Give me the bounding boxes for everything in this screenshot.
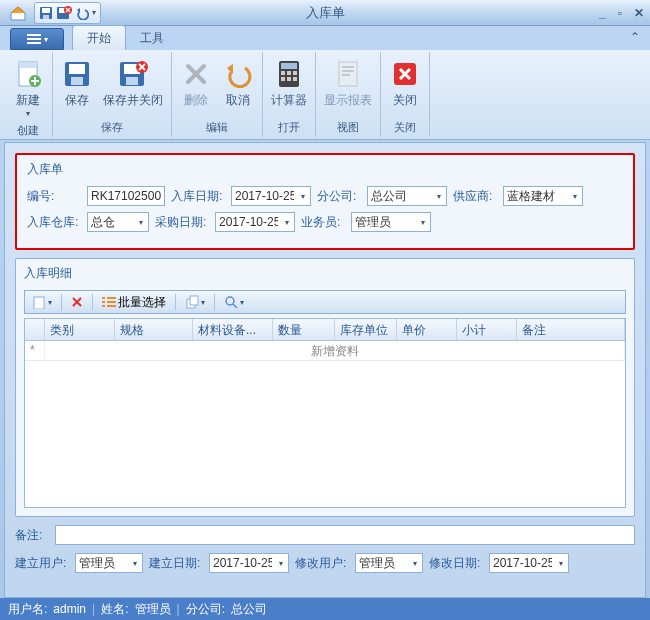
new-button[interactable]: 新建 ▾ — [8, 54, 48, 122]
quick-access-toolbar: ▾ — [0, 2, 101, 24]
close-button[interactable]: 关闭 — [385, 54, 425, 119]
svg-rect-30 — [342, 74, 350, 76]
cancel-button[interactable]: 取消 — [218, 54, 258, 119]
save-icon[interactable] — [39, 6, 53, 20]
svg-rect-8 — [27, 42, 41, 44]
svg-rect-24 — [281, 77, 285, 81]
chevron-down-icon[interactable]: ▾ — [296, 187, 310, 205]
svg-rect-7 — [27, 38, 41, 40]
chevron-down-icon[interactable]: ▾ — [134, 213, 148, 231]
svg-rect-37 — [107, 301, 116, 303]
remark-input[interactable] — [55, 525, 635, 545]
ribbon-tabs: ▾ 开始 工具 ⌃ — [0, 26, 650, 50]
svg-rect-40 — [190, 296, 198, 305]
meta-row: 建立用户: ▾ 建立日期: ▾ 修改用户: ▾ 修改日期: ▾ — [15, 553, 635, 573]
ribbon-group-open: 计算器 打开 — [263, 52, 316, 137]
chevron-down-icon[interactable]: ▾ — [554, 554, 568, 572]
report-button: 显示报表 — [320, 54, 376, 119]
maximize-button[interactable]: ▫ — [618, 6, 622, 20]
form-panel: 入库单 编号: 入库日期: ▾ 分公司: ▾ 供应商: ▾ 入库仓库: ▾ 采购… — [15, 153, 635, 250]
svg-rect-36 — [107, 297, 116, 299]
svg-rect-28 — [342, 66, 354, 68]
grid-header: 类别 规格 材料设备... 数量 库存单位 单价 小计 备注 — [25, 319, 625, 341]
minimize-button[interactable]: _ — [599, 6, 606, 20]
op-label: 业务员: — [301, 214, 345, 231]
chevron-down-icon[interactable]: ▾ — [568, 187, 582, 205]
save-button[interactable]: 保存 — [57, 54, 97, 119]
ribbon-group-save: 保存 保存并关闭 保存 — [53, 52, 172, 137]
detail-title: 入库明细 — [24, 265, 626, 282]
ribbon-collapse-icon[interactable]: ⌃ — [630, 30, 640, 44]
save-close-icon[interactable] — [56, 6, 72, 20]
new-icon — [12, 58, 44, 90]
status-user: admin — [53, 602, 86, 616]
calculator-icon — [273, 58, 305, 90]
app-menu-button[interactable]: ▾ — [10, 28, 64, 50]
create-date-label: 建立日期: — [149, 555, 203, 572]
qat-dropdown-icon[interactable]: ▾ — [92, 8, 96, 17]
supplier-label: 供应商: — [453, 188, 497, 205]
status-name-label: 姓名: — [101, 601, 128, 618]
svg-rect-17 — [126, 77, 138, 85]
delete-button: 删除 — [176, 54, 216, 119]
undo-icon[interactable] — [75, 6, 89, 20]
chevron-down-icon[interactable]: ▾ — [280, 213, 294, 231]
svg-rect-29 — [342, 70, 354, 72]
status-branch: 总公司 — [231, 601, 267, 618]
close-icon — [389, 58, 421, 90]
statusbar: 用户名: admin | 姓名: 管理员 | 分公司: 总公司 — [0, 598, 650, 620]
svg-rect-6 — [27, 34, 41, 36]
svg-point-41 — [226, 297, 234, 305]
detail-toolbar: ▾ 批量选择 ▾ ▾ — [24, 290, 626, 314]
svg-rect-20 — [281, 63, 297, 69]
status-name: 管理员 — [135, 601, 171, 618]
disk-icon — [61, 58, 93, 90]
tb-copy-button[interactable]: ▾ — [182, 294, 208, 310]
svg-rect-34 — [102, 301, 105, 303]
close-window-button[interactable]: ✕ — [634, 6, 644, 20]
content-area: 入库单 编号: 入库日期: ▾ 分公司: ▾ 供应商: ▾ 入库仓库: ▾ 采购… — [4, 142, 646, 598]
podate-label: 采购日期: — [155, 214, 209, 231]
svg-rect-13 — [69, 64, 85, 74]
branch-label: 分公司: — [317, 188, 361, 205]
svg-rect-22 — [287, 71, 291, 75]
svg-rect-23 — [293, 71, 297, 75]
chevron-down-icon[interactable]: ▾ — [432, 187, 446, 205]
detail-grid[interactable]: 类别 规格 材料设备... 数量 库存单位 单价 小计 备注 * 新增资料 — [24, 318, 626, 508]
grid-new-row[interactable]: * 新增资料 — [25, 341, 625, 361]
tb-new-button[interactable]: ▾ — [29, 294, 55, 310]
chevron-down-icon[interactable]: ▾ — [274, 554, 288, 572]
code-input[interactable] — [87, 186, 165, 206]
indate-label: 入库日期: — [171, 188, 225, 205]
chevron-down-icon[interactable]: ▾ — [408, 554, 422, 572]
create-user-label: 建立用户: — [15, 555, 69, 572]
svg-rect-25 — [287, 77, 291, 81]
calculator-button[interactable]: 计算器 — [267, 54, 311, 119]
svg-rect-33 — [102, 297, 105, 299]
chevron-down-icon: ▾ — [26, 109, 30, 118]
chevron-down-icon[interactable]: ▾ — [416, 213, 430, 231]
svg-rect-32 — [34, 297, 44, 309]
tab-start[interactable]: 开始 — [72, 25, 126, 50]
mod-user-label: 修改用户: — [295, 555, 349, 572]
form-title: 入库单 — [27, 161, 623, 178]
tb-delete-button[interactable] — [68, 295, 86, 309]
remark-label: 备注: — [15, 527, 49, 544]
ribbon-group-create: 新建 ▾ 创建 — [4, 52, 53, 137]
ribbon: 新建 ▾ 创建 保存 保存并关闭 保存 删除 取消 — [0, 50, 650, 140]
tb-search-button[interactable]: ▾ — [221, 294, 247, 310]
report-icon — [332, 58, 364, 90]
svg-rect-14 — [71, 77, 83, 85]
save-close-button[interactable]: 保存并关闭 — [99, 54, 167, 119]
titlebar: ▾ 入库单 _ ▫ ✕ — [0, 0, 650, 26]
home-icon[interactable] — [4, 2, 32, 24]
svg-rect-1 — [42, 8, 50, 13]
chevron-down-icon[interactable]: ▾ — [128, 554, 142, 572]
tb-batch-button[interactable]: 批量选择 — [99, 293, 169, 312]
ribbon-group-edit: 删除 取消 编辑 — [172, 52, 263, 137]
delete-icon — [180, 58, 212, 90]
detail-panel: 入库明细 ▾ 批量选择 ▾ ▾ 类别 规格 材料设备... 数量 库存单位 单价… — [15, 258, 635, 517]
window-title: 入库单 — [306, 4, 345, 22]
tab-tools[interactable]: 工具 — [126, 26, 178, 50]
svg-rect-21 — [281, 71, 285, 75]
